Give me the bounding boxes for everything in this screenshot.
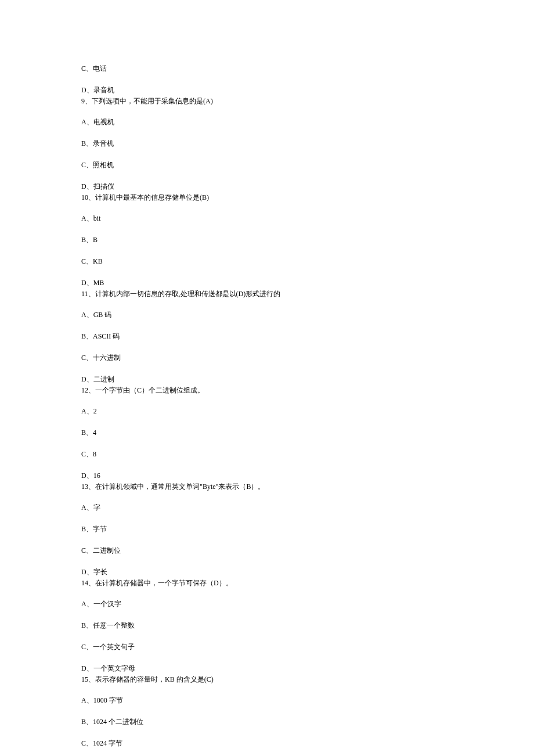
blank-line [81,460,453,471]
blank-line [81,492,453,503]
text-line: B、4 [81,428,453,438]
blank-line [81,75,453,85]
blank-line [81,685,453,696]
text-line: C、KB [81,257,453,267]
blank-line [81,128,453,139]
text-line: 9、下列选项中，不能用于采集信息的是(A) [81,96,453,106]
blank-line [81,396,453,406]
blank-line [81,203,453,214]
text-line: D、录音机 [81,85,453,95]
text-line: 11、计算机内部一切信息的存取,处理和传送都是以(D)形式进行的 [81,289,453,299]
text-line: C、电话 [81,64,453,74]
text-line: C、二进制位 [81,546,453,556]
text-line: C、十六进制 [81,353,453,363]
text-line: C、1024 字节 [81,739,453,748]
text-line: D、MB [81,278,453,288]
text-line: C、照相机 [81,160,453,170]
document-body: C、电话D、录音机9、下列选项中，不能用于采集信息的是(A)A、电视机B、录音机… [81,64,453,756]
blank-line [81,589,453,599]
text-line: B、1024 个二进制位 [81,717,453,727]
text-line: 13、在计算机领域中，通常用英文单词"Byte"来表示（B）。 [81,482,453,492]
text-line: D、字长 [81,567,453,577]
text-line: C、8 [81,449,453,459]
text-line: B、录音机 [81,139,453,149]
text-line: A、一个汉字 [81,599,453,609]
text-line: 15、表示存储器的容量时，KB 的含义是(C) [81,675,453,685]
blank-line [81,150,453,160]
text-line: 12、一个字节由（C）个二进制位组成。 [81,386,453,395]
blank-line [81,728,453,739]
text-line: 14、在计算机存储器中，一个字节可保存（D）。 [81,578,453,588]
text-line: B、字节 [81,524,453,534]
blank-line [81,417,453,428]
blank-line [81,225,453,235]
blank-line [81,439,453,449]
blank-line [81,246,453,257]
text-line: D、扫描仪 [81,182,453,192]
text-line: B、B [81,235,453,245]
blank-line [81,750,453,756]
text-line: A、1000 字节 [81,696,453,705]
blank-line [81,300,453,310]
blank-line [81,268,453,278]
blank-line [81,610,453,621]
text-line: A、电视机 [81,117,453,127]
blank-line [81,107,453,117]
blank-line [81,535,453,546]
text-line: B、ASCII 码 [81,332,453,341]
blank-line [81,364,453,375]
text-line: D、16 [81,471,453,481]
blank-line [81,557,453,567]
text-line: A、bit [81,214,453,224]
text-line: A、GB 码 [81,310,453,320]
blank-line [81,343,453,353]
blank-line [81,632,453,642]
text-line: C、一个英文句子 [81,642,453,652]
text-line: D、一个英文字母 [81,664,453,674]
blank-line [81,707,453,717]
text-line: B、任意一个整数 [81,621,453,631]
text-line: A、字 [81,503,453,513]
text-line: 10、计算机中最基本的信息存储单位是(B) [81,193,453,203]
blank-line [81,321,453,332]
blank-line [81,171,453,182]
blank-line [81,514,453,524]
text-line: D、二进制 [81,375,453,384]
blank-line [81,653,453,664]
text-line: A、2 [81,406,453,416]
